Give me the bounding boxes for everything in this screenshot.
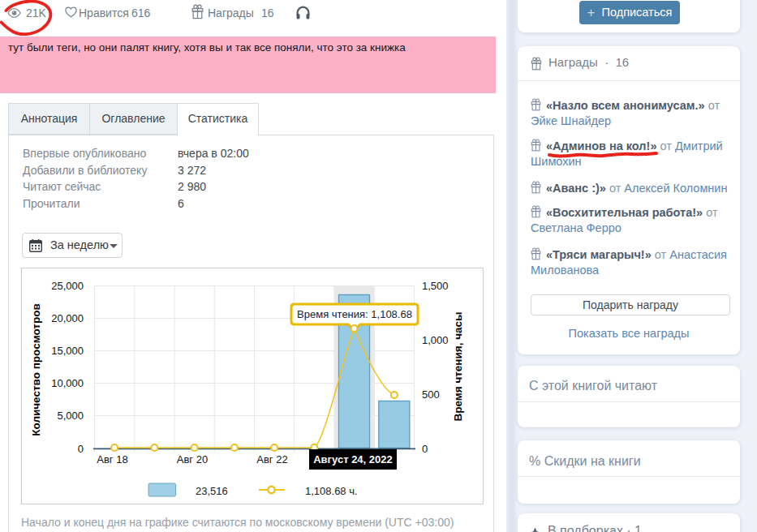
svg-text:Авг 18: Авг 18 <box>97 453 127 466</box>
svg-text:15,000: 15,000 <box>51 345 84 357</box>
svg-text:1,500: 1,500 <box>422 280 449 292</box>
svg-text:Количество просмотров: Количество просмотров <box>30 303 42 436</box>
svg-text:20,000: 20,000 <box>51 312 84 324</box>
svg-text:25,000: 25,000 <box>51 280 84 292</box>
svg-text:0: 0 <box>78 443 84 455</box>
svg-text:23,516: 23,516 <box>196 485 228 497</box>
svg-text:1,108.68 ч.: 1,108.68 ч. <box>305 485 358 497</box>
svg-text:0: 0 <box>422 443 428 455</box>
svg-text:Авг 22: Авг 22 <box>256 453 287 466</box>
svg-text:Август 24, 2022: Август 24, 2022 <box>313 453 393 466</box>
svg-text:Время чтения, часы: Время чтения, часы <box>452 311 464 421</box>
svg-text:10,000: 10,000 <box>51 377 84 389</box>
svg-text:500: 500 <box>422 388 440 401</box>
svg-text:1,000: 1,000 <box>422 334 449 346</box>
svg-text:5,000: 5,000 <box>57 410 84 422</box>
svg-text:Время чтения: 1,108.68: Время чтения: 1,108.68 <box>297 308 412 320</box>
svg-text:Авг 20: Авг 20 <box>177 453 208 466</box>
